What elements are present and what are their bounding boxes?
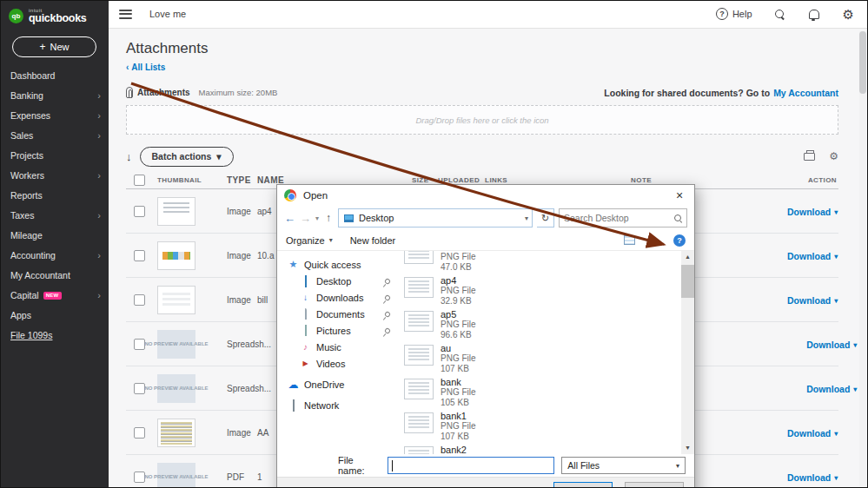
row-checkbox[interactable] bbox=[134, 250, 145, 261]
sidebar-item-reports[interactable]: Reports bbox=[0, 186, 109, 206]
help-button[interactable]: ? Help bbox=[716, 8, 752, 20]
sidebar-item-sales[interactable]: Sales› bbox=[0, 126, 109, 146]
scroll-down-icon[interactable]: ▼ bbox=[685, 442, 691, 454]
page-scrollbar[interactable] bbox=[859, 31, 866, 486]
sidebar-item-mileage[interactable]: Mileage bbox=[0, 226, 109, 246]
print-icon[interactable] bbox=[804, 153, 815, 161]
download-link[interactable]: Download▾ bbox=[806, 384, 857, 394]
sidebar-item-accounting[interactable]: Accounting› bbox=[0, 246, 109, 266]
batch-actions-button[interactable]: Batch actions ▾ bbox=[140, 147, 234, 167]
sidebar-item-expenses[interactable]: Expenses› bbox=[0, 106, 109, 126]
dialog-titlebar[interactable]: Open × bbox=[277, 185, 694, 206]
dialog-command-bar: Organize ▾ New folder ▾ ? bbox=[277, 230, 694, 251]
sidebar-item-dashboard[interactable]: Dashboard bbox=[0, 66, 109, 86]
download-link[interactable]: Download▾ bbox=[787, 207, 838, 217]
download-link[interactable]: Download▾ bbox=[787, 472, 838, 483]
no-preview-thumbnail: NO PREVIEW AVAILABLE bbox=[157, 330, 195, 359]
dialog-help-icon[interactable]: ? bbox=[673, 234, 686, 247]
refresh-icon[interactable]: ↻ bbox=[537, 208, 554, 228]
scroll-up-icon[interactable]: ▲ bbox=[685, 251, 691, 263]
view-options-icon[interactable] bbox=[624, 235, 635, 245]
file-item[interactable]: bank2 bbox=[404, 444, 681, 454]
download-link[interactable]: Download▾ bbox=[787, 428, 838, 439]
address-location: Desktop bbox=[359, 213, 394, 223]
attachment-type: Image bbox=[222, 251, 252, 260]
address-bar[interactable]: Desktop ▾ bbox=[338, 208, 533, 228]
row-checkbox[interactable] bbox=[134, 383, 145, 394]
page-scroll-thumb[interactable] bbox=[859, 31, 866, 94]
sidebar-item-capital[interactable]: CapitalNEW› bbox=[0, 286, 109, 306]
dialog-scrollbar[interactable]: ▲ ▼ bbox=[681, 251, 694, 454]
search-input[interactable] bbox=[564, 213, 670, 223]
file-type-dropdown[interactable]: All Files ▾ bbox=[561, 457, 686, 474]
row-checkbox[interactable] bbox=[134, 206, 145, 217]
new-folder-button[interactable]: New folder bbox=[350, 235, 396, 246]
onedrive-cloud-icon: ☁ bbox=[288, 379, 299, 390]
file-item[interactable]: bankPNG File105 KB bbox=[404, 376, 681, 410]
sidebar-nav: Dashboard Banking› Expenses› Sales› Proj… bbox=[0, 66, 109, 346]
tree-item-network[interactable]: Network bbox=[277, 397, 399, 413]
row-checkbox[interactable] bbox=[134, 339, 145, 350]
scroll-thumb[interactable] bbox=[681, 265, 694, 298]
download-link[interactable]: Download▾ bbox=[787, 295, 838, 306]
forward-arrow-icon[interactable]: → bbox=[300, 212, 311, 225]
sidebar-item-file-1099s[interactable]: File 1099s bbox=[0, 326, 109, 346]
file-item[interactable]: auPNG File107 KB bbox=[404, 342, 681, 376]
tree-item-pictures[interactable]: Pictures bbox=[277, 322, 399, 339]
attachments-section-label: Attachments bbox=[137, 88, 190, 97]
file-name-input[interactable] bbox=[388, 457, 554, 474]
file-item[interactable]: ap4PNG File32.9 KB bbox=[404, 274, 681, 308]
organize-button[interactable]: Organize ▾ bbox=[286, 235, 333, 246]
tree-item-quick-access[interactable]: ★Quick access bbox=[277, 256, 399, 273]
pin-icon bbox=[384, 326, 391, 333]
file-item[interactable]: bank1PNG File107 KB bbox=[404, 410, 681, 444]
my-accountant-link[interactable]: My Accountant bbox=[773, 88, 838, 98]
search-box[interactable] bbox=[559, 208, 687, 228]
up-arrow-icon[interactable]: ↑ bbox=[326, 212, 331, 224]
close-icon[interactable]: × bbox=[665, 185, 694, 206]
tree-item-documents[interactable]: Documents bbox=[277, 306, 399, 322]
chrome-icon bbox=[284, 189, 296, 201]
row-checkbox[interactable] bbox=[134, 472, 145, 483]
quickbooks-logo[interactable]: qb intuit quickbooks bbox=[0, 0, 109, 30]
dropzone[interactable]: Drag/Drop files here or click the icon bbox=[126, 105, 838, 135]
sidebar-item-banking[interactable]: Banking› bbox=[0, 86, 109, 106]
dropzone-hint: Drag/Drop files here or click the icon bbox=[415, 115, 548, 125]
plus-icon: + bbox=[39, 42, 45, 52]
row-checkbox[interactable] bbox=[134, 294, 145, 306]
download-all-icon[interactable]: ↓ bbox=[126, 150, 132, 163]
sidebar-item-workers[interactable]: Workers› bbox=[0, 166, 109, 186]
file-item[interactable]: ap5PNG File96.6 KB bbox=[404, 308, 681, 342]
settings-gear-icon[interactable]: ⚙ bbox=[843, 8, 854, 21]
back-arrow-icon[interactable]: ← bbox=[284, 212, 295, 225]
notifications-bell-icon[interactable] bbox=[809, 10, 818, 19]
file-item[interactable]: PNG File47.0 KB bbox=[404, 251, 681, 274]
table-settings-gear-icon[interactable]: ⚙ bbox=[829, 151, 838, 162]
history-caret-icon[interactable]: ▾ bbox=[315, 214, 319, 222]
address-caret-icon[interactable]: ▾ bbox=[525, 214, 528, 222]
open-button[interactable]: Open bbox=[553, 482, 613, 488]
view-caret-icon[interactable]: ▾ bbox=[653, 236, 656, 244]
cancel-button[interactable]: Cancel bbox=[625, 482, 684, 488]
search-icon[interactable] bbox=[775, 10, 785, 19]
max-size-label: Maximum size: 20MB bbox=[199, 88, 278, 97]
download-link[interactable]: Download▾ bbox=[787, 251, 838, 261]
documents-icon bbox=[305, 308, 307, 320]
attachment-type: Image bbox=[222, 295, 252, 305]
tree-item-desktop[interactable]: Desktop bbox=[277, 273, 399, 289]
sidebar-item-apps[interactable]: Apps bbox=[0, 306, 109, 326]
tree-item-music[interactable]: ♪Music bbox=[277, 339, 399, 355]
tree-item-downloads[interactable]: ↓Downloads bbox=[277, 289, 399, 306]
sidebar-item-taxes[interactable]: Taxes› bbox=[0, 206, 109, 226]
download-link[interactable]: Download▾ bbox=[806, 340, 857, 350]
new-button[interactable]: + New bbox=[12, 36, 96, 57]
all-lists-link[interactable]: ‹ All Lists bbox=[126, 63, 165, 72]
select-all-checkbox[interactable] bbox=[134, 175, 145, 186]
tree-item-onedrive[interactable]: ☁OneDrive bbox=[277, 376, 399, 392]
chevron-left-icon: ‹ bbox=[126, 63, 129, 72]
row-checkbox[interactable] bbox=[134, 427, 145, 439]
hamburger-menu-icon[interactable] bbox=[119, 10, 132, 19]
sidebar-item-my-accountant[interactable]: My Accountant bbox=[0, 266, 109, 286]
tree-item-videos[interactable]: ▶Videos bbox=[277, 355, 399, 372]
sidebar-item-projects[interactable]: Projects bbox=[0, 146, 109, 166]
